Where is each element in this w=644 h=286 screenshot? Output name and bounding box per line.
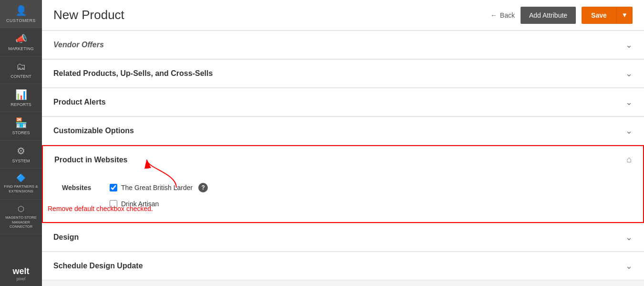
sidebar-item-reports[interactable]: 📊 REPORTS xyxy=(0,84,42,112)
sidebar-item-stores[interactable]: 🏪 STORES xyxy=(0,112,42,140)
schedule-design-section: Schedule Design Update ⌄ xyxy=(42,252,644,280)
save-button[interactable]: Save xyxy=(582,7,616,24)
website-1-row: The Great British Larder ? xyxy=(110,183,208,192)
content-icon: 🗂 xyxy=(16,61,26,72)
back-button[interactable]: ← Back xyxy=(491,11,515,19)
websites-row: Websites The Great British Larder ? xyxy=(62,183,624,208)
related-products-title: Related Products, Up-Sells, and Cross-Se… xyxy=(53,69,213,78)
vendor-offers-section: Vendor Offers ⌄ xyxy=(42,31,644,59)
chevron-down-icon: ▼ xyxy=(622,11,628,19)
save-dropdown-button[interactable]: ▼ xyxy=(616,7,633,24)
related-products-header[interactable]: Related Products, Up-Sells, and Cross-Se… xyxy=(42,59,644,87)
sidebar-item-system[interactable]: ⚙ SYSTEM xyxy=(0,140,42,169)
product-alerts-header[interactable]: Product Alerts ⌄ xyxy=(42,88,644,116)
vendor-offers-chevron: ⌄ xyxy=(625,40,633,50)
schedule-design-header[interactable]: Schedule Design Update ⌄ xyxy=(42,252,644,280)
related-products-section: Related Products, Up-Sells, and Cross-Se… xyxy=(42,59,644,88)
marketing-icon: 📣 xyxy=(15,33,27,44)
system-icon: ⚙ xyxy=(17,145,25,157)
websites-label: Websites xyxy=(62,183,100,191)
product-in-websites-title: Product in Websites xyxy=(54,156,128,164)
product-in-websites-chevron: ⌂ xyxy=(626,155,632,165)
header-actions: ← Back Add Attribute Save ▼ xyxy=(491,7,633,24)
magento-connector-icon: ⬡ xyxy=(18,204,24,213)
related-products-chevron: ⌄ xyxy=(625,68,633,79)
content-area: Vendor Offers ⌄ Related Products, Up-Sel… xyxy=(42,31,644,286)
website-1-checkbox[interactable] xyxy=(110,184,117,191)
product-alerts-title: Product Alerts xyxy=(53,98,106,106)
find-partners-icon: 🔷 xyxy=(16,173,26,182)
customizable-options-chevron: ⌄ xyxy=(625,126,633,136)
vendor-offers-title: Vendor Offers xyxy=(53,41,104,49)
product-in-websites-section: Product in Websites ⌂ Websites The Great… xyxy=(42,145,644,223)
product-in-websites-header[interactable]: Product in Websites ⌂ xyxy=(43,146,643,173)
design-chevron: ⌄ xyxy=(625,232,633,243)
page-header: New Product ← Back Add Attribute Save ▼ xyxy=(42,0,644,31)
design-section: Design ⌄ xyxy=(42,223,644,252)
page-title: New Product xyxy=(53,8,124,22)
customizable-options-section: Customizable Options ⌄ xyxy=(42,117,644,145)
schedule-design-title: Schedule Design Update xyxy=(53,262,143,270)
sidebar-item-customers[interactable]: 👤 CUSTOMERS xyxy=(0,0,42,28)
vendor-offers-header[interactable]: Vendor Offers ⌄ xyxy=(42,31,644,59)
design-title: Design xyxy=(53,233,79,242)
product-alerts-section: Product Alerts ⌄ xyxy=(42,88,644,117)
customizable-options-title: Customizable Options xyxy=(53,127,134,135)
sidebar-item-content[interactable]: 🗂 CONTENT xyxy=(0,56,42,84)
product-in-websites-content: Websites The Great British Larder ? xyxy=(43,173,643,222)
website-1-label[interactable]: The Great British Larder xyxy=(121,184,193,191)
design-header[interactable]: Design ⌄ xyxy=(42,223,644,251)
schedule-design-chevron: ⌄ xyxy=(625,261,633,271)
annotation-text: Remove default checkbox checked. xyxy=(48,204,153,213)
customers-icon: 👤 xyxy=(15,5,27,16)
sidebar-item-marketing[interactable]: 📣 MARKETING xyxy=(0,28,42,56)
help-icon[interactable]: ? xyxy=(198,183,208,192)
save-button-group: Save ▼ xyxy=(582,7,633,24)
sidebar-item-find-partners[interactable]: 🔷 FIND PARTNERS & EXTENSIONS xyxy=(0,169,42,200)
add-attribute-button[interactable]: Add Attribute xyxy=(521,7,576,24)
main-content: New Product ← Back Add Attribute Save ▼ … xyxy=(42,0,644,286)
weltpixel-logo: welt pixel xyxy=(0,262,42,286)
reports-icon: 📊 xyxy=(15,89,27,100)
product-alerts-chevron: ⌄ xyxy=(625,97,633,107)
sidebar: 👤 CUSTOMERS 📣 MARKETING 🗂 CONTENT 📊 REPO… xyxy=(0,0,42,286)
sidebar-item-magento-connector[interactable]: ⬡ MAGENTO STORE MANAGER CONNECTOR xyxy=(0,200,42,234)
stores-icon: 🏪 xyxy=(15,117,27,128)
back-arrow-icon: ← xyxy=(491,11,497,19)
customizable-options-header[interactable]: Customizable Options ⌄ xyxy=(42,117,644,145)
